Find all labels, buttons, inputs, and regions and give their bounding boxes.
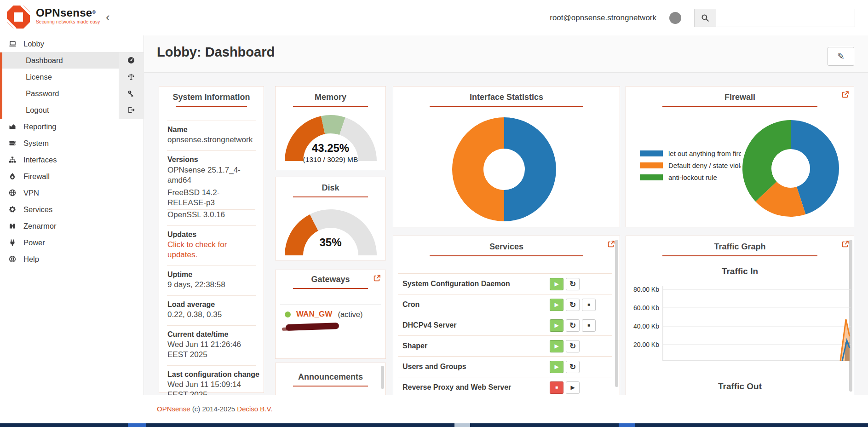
sysinfo-row-uptime: Uptime 9 days, 22:38:58 [167, 265, 256, 295]
sidebar-item-label: Interfaces [23, 156, 57, 164]
sidebar-item-system[interactable]: System [0, 135, 144, 151]
globe-icon [8, 189, 17, 196]
service-name: Reverse Proxy and Web Server [402, 383, 511, 392]
brand-block: OPNsense® Securing networks made easy [36, 7, 100, 24]
fire-icon [8, 173, 17, 180]
legend-swatch [640, 162, 663, 168]
area-chart-icon [8, 123, 17, 130]
external-link-icon[interactable] [608, 241, 615, 248]
sidebar-item-label: Reporting [23, 122, 57, 131]
search-icon [701, 14, 709, 22]
legend-label: Default deny / state viola [668, 162, 741, 169]
service-stop-button[interactable]: ■ [582, 319, 596, 332]
service-row: Shaper ▶ ↻ [398, 335, 612, 356]
gateway-status: (active) [338, 310, 362, 319]
traffic-in-title: Traffic In [626, 266, 854, 277]
server-icon [8, 139, 17, 147]
service-start-button[interactable]: ▶ [550, 361, 563, 373]
traffic-out-title: Traffic Out [626, 381, 854, 392]
sysinfo-row-datetime: Current date/time Wed Jun 11 21:26:46 EE… [167, 325, 256, 365]
sidebar-item-power[interactable]: Power [0, 234, 144, 251]
title-underline [662, 255, 817, 256]
sidebar-item-zenarmor[interactable]: Zenarmor [0, 218, 144, 234]
play-icon: ▶ [554, 302, 558, 307]
deciso-footer-link[interactable]: Deciso B.V. [237, 405, 272, 413]
sidebar-item-interfaces[interactable]: Interfaces [0, 151, 144, 168]
plug-icon [8, 239, 17, 246]
service-start-button[interactable]: ▶ [550, 278, 563, 290]
legend-label: anti-lockout rule [668, 173, 717, 181]
scrollbar-thumb[interactable] [615, 240, 618, 387]
sidebar-item-reporting[interactable]: Reporting [0, 118, 144, 135]
redacted-ip [286, 323, 339, 331]
external-link-icon[interactable] [842, 241, 849, 248]
sidebar-item-label: Password [26, 89, 59, 98]
brand-tagline: Securing networks made easy [36, 20, 100, 24]
legend-row: anti-lockout rule [640, 171, 741, 183]
active-group-indicator [0, 52, 2, 119]
page-header-band: Lobby: Dashboard ✎ [144, 35, 868, 73]
widgets-area: System Information Name opnsense.strongn… [144, 73, 868, 395]
service-restart-button[interactable]: ↻ [566, 361, 580, 373]
service-row: Cron ▶ ↻ ■ [398, 294, 612, 315]
main-content: Lobby: Dashboard ✎ System Information Na… [144, 35, 868, 395]
service-start-button[interactable]: ▶ [550, 299, 563, 311]
search-button[interactable] [694, 9, 716, 27]
sidebar-item-lobby[interactable]: Lobby [0, 35, 144, 52]
service-restart-button[interactable]: ↻ [566, 299, 580, 311]
stop-icon: ■ [555, 385, 558, 390]
service-start-button[interactable]: ▶ [550, 319, 563, 332]
widget-title: System Information [159, 92, 264, 102]
sidebar-item-help[interactable]: Help [0, 251, 144, 267]
legend-row: Default deny / state viola [640, 159, 741, 171]
logged-in-user: root@opnsense.strongnetwork [550, 13, 656, 23]
legend-row: let out anything from fire [640, 147, 741, 159]
sign-out-icon [127, 106, 135, 114]
scrollbar-thumb[interactable] [381, 366, 384, 389]
interface-statistics-donut-chart [393, 87, 621, 228]
title-underline [293, 196, 368, 197]
top-bar: OPNsense® Securing networks made easy ‹ … [0, 0, 868, 35]
opnsense-logo [6, 5, 31, 29]
sidebar-item-services[interactable]: Services [0, 201, 144, 218]
gateway-name-link[interactable]: WAN_GW [296, 310, 332, 319]
restart-icon: ↻ [569, 301, 576, 309]
taskbar-strip [0, 423, 868, 427]
traffic-in-chart: 80.00 Kb60.00 Kb40.00 Kb20.00 Kb [629, 280, 852, 365]
sidebar-item-firewall[interactable]: Firewall [0, 168, 144, 185]
sidebar-item-label: Logout [26, 106, 49, 115]
edit-dashboard-button[interactable]: ✎ [828, 47, 854, 66]
sidebar-item-label: Zenarmor [23, 222, 57, 231]
service-play-button[interactable]: ▶ [566, 381, 580, 394]
sidebar-item-label: License [26, 73, 52, 81]
widget-title: Announcements [276, 372, 385, 382]
service-row: Users and Groups ▶ ↻ [398, 356, 612, 377]
svg-text:60.00 Kb: 60.00 Kb [633, 304, 659, 312]
service-start-button[interactable]: ▶ [550, 340, 563, 352]
legend-label: let out anything from fire [668, 150, 741, 157]
sidebar-item-vpn[interactable]: VPN [0, 185, 144, 201]
widget-announcements: Announcements [275, 363, 386, 395]
page-title: Lobby: Dashboard [157, 45, 275, 60]
widget-title: Traffic Graph [626, 242, 854, 252]
widget-interface-statistics: Interface Statistics [393, 86, 620, 227]
sidebar-item-label: Help [23, 255, 39, 264]
gateway-row: WAN_GW (active) [285, 310, 362, 319]
service-row: DHCPv4 Server ▶ ↻ ■ [398, 315, 612, 335]
check-updates-link[interactable]: Click to check for updates. [167, 240, 255, 260]
sidebar-collapse-chevron-icon[interactable]: ‹ [106, 10, 110, 24]
external-link-icon[interactable] [374, 275, 380, 282]
service-restart-button[interactable]: ↻ [566, 278, 580, 290]
service-restart-button[interactable]: ↻ [566, 340, 580, 352]
scales-icon [127, 73, 135, 81]
opnsense-footer-link[interactable]: OPNsense [157, 405, 190, 413]
search-input[interactable] [716, 9, 855, 27]
stop-icon: ■ [587, 323, 590, 328]
service-restart-button[interactable]: ↻ [566, 319, 580, 332]
service-stop-button[interactable]: ■ [550, 381, 563, 394]
service-stop-button[interactable]: ■ [582, 299, 596, 311]
service-name: DHCPv4 Server [402, 321, 456, 329]
user-status-dot [669, 12, 681, 24]
widget-traffic-graph: Traffic Graph Traffic In 80.00 Kb60.00 K… [626, 236, 854, 395]
play-icon: ▶ [554, 343, 558, 349]
